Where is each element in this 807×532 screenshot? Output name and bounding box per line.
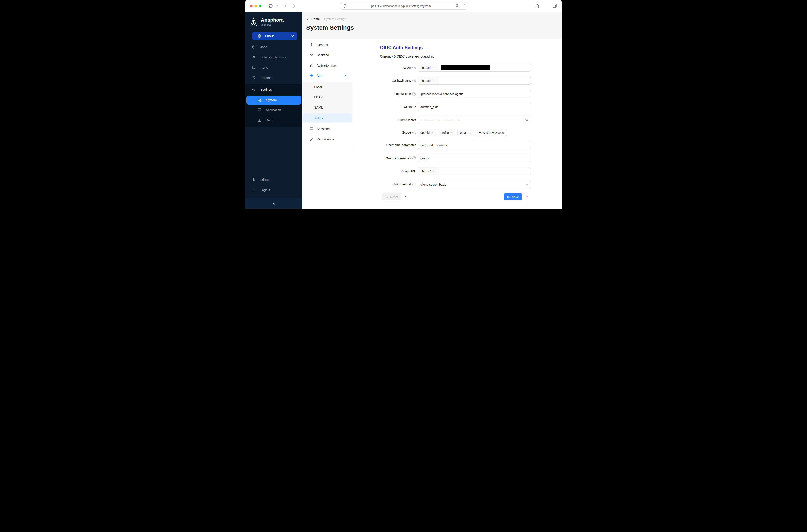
share-icon[interactable]	[535, 4, 540, 8]
client-id-input[interactable]	[418, 105, 531, 109]
settings-nav-label: Permissions	[317, 137, 334, 141]
settings-nav-label: Auth	[317, 74, 323, 78]
remove-icon[interactable]	[469, 132, 471, 134]
monitor-icon	[258, 108, 261, 112]
minimize-window-button[interactable]	[255, 5, 257, 7]
settings-nav-local[interactable]: Local	[302, 82, 353, 92]
address-bar[interactable]: pr-174.ci.dev.anaphora.it/public/setting…	[340, 2, 467, 10]
page-format-icon[interactable]	[343, 4, 346, 8]
groups-parameter-input[interactable]	[418, 156, 531, 160]
form-heading: OIDC Auth Settings	[380, 45, 562, 51]
scope-chip: profile	[438, 129, 455, 136]
save-button[interactable]: Save	[504, 193, 522, 201]
scope-chip: email	[457, 129, 474, 136]
proxy-protocol-select[interactable]: https://	[418, 167, 439, 175]
settings-nav-activation-key[interactable]: Activation key	[302, 60, 353, 71]
sidebar-item-label: System	[266, 98, 277, 102]
globe-icon	[258, 34, 261, 38]
anaphora-logo-icon	[250, 17, 258, 27]
user-icon	[252, 178, 256, 182]
proxy-url-input[interactable]	[439, 167, 531, 175]
logout-path-input[interactable]	[418, 92, 531, 96]
sidebar-item-settings[interactable]: Settings	[245, 84, 302, 95]
callback-protocol-select[interactable]: https://	[418, 77, 439, 84]
settings-nav: General Backend Activation key Auth	[302, 39, 353, 146]
back-button[interactable]	[284, 4, 288, 8]
reload-icon[interactable]	[462, 4, 465, 8]
settings-panel: General Backend Activation key Auth	[302, 39, 562, 209]
chevron-left-icon	[273, 202, 275, 205]
sidebar-item-delivery-interfaces[interactable]: Delivery Interfaces	[245, 52, 302, 62]
sidebar-item-reports[interactable]: Reports	[245, 73, 302, 83]
breadcrumb-home[interactable]: Home	[306, 17, 320, 21]
translate-icon[interactable]: Ax	[455, 4, 460, 8]
sidebar-menu-chevron-icon[interactable]	[276, 5, 278, 7]
sidebar-item-application[interactable]: Application	[245, 104, 302, 115]
tab-overview-icon[interactable]	[552, 4, 557, 8]
reset-options-chevron-icon[interactable]	[405, 196, 408, 198]
settings-nav-general[interactable]: General	[302, 40, 353, 50]
sidebar-item-system[interactable]: System	[246, 96, 301, 104]
url-text[interactable]: pr-174.ci.dev.anaphora.it/public/setting…	[346, 4, 455, 8]
reset-button[interactable]: Reset	[382, 193, 401, 201]
sidebar-item-user[interactable]: admin	[245, 174, 302, 185]
report-document-icon	[252, 76, 256, 80]
close-window-button[interactable]	[250, 5, 252, 7]
remove-icon[interactable]	[431, 132, 433, 134]
help-icon[interactable]: ?	[412, 156, 416, 160]
forward-button[interactable]	[292, 4, 296, 8]
settings-nav-label: Local	[314, 85, 322, 89]
help-icon[interactable]: ?	[412, 66, 416, 69]
username-parameter-input[interactable]	[418, 144, 531, 147]
browser-toolbar: pr-174.ci.dev.anaphora.it/public/setting…	[245, 0, 562, 12]
protocol-label: https://	[422, 66, 431, 69]
issuer-input[interactable]	[439, 64, 531, 71]
settings-nav-sessions[interactable]: Sessions	[302, 124, 353, 134]
remove-icon[interactable]	[451, 132, 453, 134]
new-tab-icon[interactable]	[544, 4, 548, 8]
sidebar-item-data[interactable]: Data	[245, 115, 302, 125]
help-icon[interactable]: ?	[412, 92, 416, 96]
chevron-up-icon	[344, 75, 347, 77]
help-icon[interactable]: ?	[412, 131, 416, 134]
workspace-selector[interactable]: Public	[252, 32, 297, 40]
sidebar-collapse-button[interactable]	[245, 198, 302, 209]
proxy-url-label: Proxy URL	[401, 169, 416, 173]
save-options-chevron-icon[interactable]	[526, 196, 528, 198]
settings-nav-backend[interactable]: Backend	[302, 50, 353, 60]
username-parameter-row: Username parameter	[353, 141, 562, 149]
auth-method-select[interactable]: client_secret_basic	[418, 180, 531, 188]
home-icon	[306, 17, 310, 21]
help-icon[interactable]: ?	[412, 183, 416, 186]
help-icon[interactable]: ?	[412, 79, 416, 82]
zoom-window-button[interactable]	[259, 5, 261, 7]
logout-path-row: Logout path?	[353, 90, 562, 98]
sidebar: Anaphora v0.8.114 Public Jobs	[245, 12, 302, 209]
settings-nav-ldap[interactable]: LDAP	[302, 92, 353, 102]
breadcrumb: Home / System Settings	[306, 12, 562, 21]
sidebar-item-jobs[interactable]: Jobs	[245, 42, 302, 52]
svg-text:x: x	[458, 6, 459, 7]
add-scope-label: Add new Scope	[483, 131, 504, 134]
settings-nav-auth[interactable]: Auth	[302, 71, 353, 81]
callback-url-row: Callback URL? https://	[353, 77, 562, 85]
key-icon	[309, 137, 313, 141]
add-scope-button[interactable]: Add new Scope	[476, 129, 507, 136]
sidebar-item-runs[interactable]: Runs	[245, 62, 302, 73]
logout-icon	[252, 188, 256, 192]
settings-nav-oidc[interactable]: OIDC	[303, 113, 352, 122]
client-secret-input[interactable]	[418, 118, 524, 121]
send-icon	[252, 55, 256, 59]
sidebar-toggle-icon[interactable]	[268, 4, 273, 8]
callback-url-input[interactable]	[439, 77, 531, 84]
username-label: admin	[260, 178, 269, 182]
settings-nav-permissions[interactable]: Permissions	[302, 134, 353, 145]
eye-invisible-icon[interactable]	[524, 118, 528, 122]
sidebar-item-logout[interactable]: Logout	[245, 185, 302, 195]
groups-parameter-label: Groups parameter	[386, 156, 411, 160]
settings-nav-saml[interactable]: SAML	[302, 102, 353, 113]
sidebar-item-label: Reports	[260, 76, 271, 80]
issuer-protocol-select[interactable]: https://	[418, 64, 439, 71]
settings-nav-label: LDAP	[314, 96, 323, 99]
scope-chip: openid	[418, 129, 436, 136]
